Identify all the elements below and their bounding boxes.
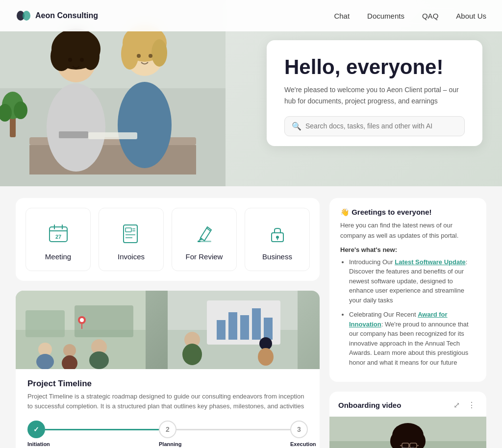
- search-input[interactable]: [305, 122, 457, 130]
- invoices-icon: [120, 222, 143, 246]
- svg-point-49: [89, 351, 109, 369]
- svg-point-11: [68, 58, 72, 62]
- svg-point-1: [23, 11, 30, 21]
- timeline-image-left: [16, 291, 168, 369]
- for-review-card[interactable]: For Review: [172, 208, 237, 271]
- svg-point-17: [118, 82, 172, 168]
- nav-chat[interactable]: Chat: [334, 12, 350, 20]
- nav-qaq[interactable]: QAQ: [422, 12, 438, 20]
- video-thumbnail[interactable]: [329, 417, 486, 448]
- timeline-section: Project Timeline Project Timeline is a s…: [16, 291, 320, 448]
- timeline-description: Project Timeline is a strategic roadmap …: [27, 392, 308, 411]
- hero-title: Hello, everyone!: [284, 56, 465, 78]
- svg-point-9: [82, 43, 100, 70]
- svg-point-19: [149, 54, 152, 58]
- nav-documents[interactable]: Documents: [367, 12, 404, 20]
- svg-rect-59: [228, 312, 237, 340]
- svg-point-40: [276, 236, 279, 239]
- meeting-icon: 27: [47, 222, 70, 246]
- video-menu-button[interactable]: ⋮: [466, 399, 477, 411]
- timeline-title: Project Timeline: [27, 379, 308, 389]
- svg-point-25: [14, 101, 27, 119]
- video-title: Onboarding video: [338, 401, 448, 409]
- phase-2-label: Planning Phase: [159, 441, 176, 448]
- hero-subtitle: We're pleased to welcome you to Aeon Cli…: [284, 84, 465, 106]
- cards-grid: 27 Meeting: [25, 208, 310, 271]
- business-label: Business: [262, 252, 292, 261]
- svg-rect-44: [25, 310, 65, 337]
- news-item-1-link[interactable]: Latest Software Update: [395, 258, 465, 266]
- business-card[interactable]: Business: [245, 208, 310, 271]
- timeline-images: [16, 291, 320, 369]
- meeting-label: Meeting: [45, 252, 71, 261]
- meeting-card[interactable]: 27 Meeting: [25, 208, 91, 271]
- svg-point-66: [258, 348, 274, 366]
- search-icon: 🔍: [292, 122, 301, 131]
- news-item-2-prefix: Celebrating Our Recent: [349, 311, 418, 318]
- svg-point-10: [47, 83, 105, 172]
- logo-area: Aeon Consulting: [16, 8, 334, 24]
- svg-rect-62: [264, 318, 273, 340]
- phase-1-dot: ✓: [27, 421, 45, 438]
- for-review-label: For Review: [186, 252, 223, 261]
- svg-point-64: [182, 344, 202, 365]
- svg-rect-32: [126, 228, 131, 232]
- timeline-image-right: [168, 291, 320, 369]
- search-bar[interactable]: 🔍: [284, 116, 465, 136]
- phase-3-label: Execution Phase: [290, 441, 308, 448]
- svg-rect-20: [88, 132, 137, 139]
- navbar: Aeon Consulting Chat Documents QAQ About…: [0, 0, 502, 31]
- phase-1-label: Initiation Phase: [27, 441, 45, 448]
- svg-point-18: [137, 54, 141, 58]
- phase-2-dot: 2: [159, 421, 176, 438]
- video-header: Onboarding video ⤢ ⋮: [329, 392, 486, 417]
- svg-point-15: [121, 38, 139, 70]
- phase-3-dot: 3: [290, 421, 308, 438]
- phase-line-1: [45, 429, 159, 430]
- svg-point-47: [36, 354, 54, 369]
- video-card: Onboarding video ⤢ ⋮: [329, 392, 486, 448]
- hero-card: Hello, everyone! We're pleased to welcom…: [267, 40, 482, 146]
- video-expand-button[interactable]: ⤢: [452, 399, 462, 411]
- svg-point-12: [80, 58, 84, 62]
- news-greeting: 👋 Greetings to everyone!: [340, 208, 476, 217]
- svg-rect-60: [240, 315, 249, 340]
- right-column: 👋 Greetings to everyone! Here you can fi…: [329, 198, 486, 448]
- logo-text: Aeon Consulting: [35, 11, 98, 20]
- progress-track: ✓ 2 3: [27, 421, 308, 438]
- svg-rect-21: [59, 131, 88, 138]
- svg-point-53: [80, 318, 84, 322]
- phase-line-2: [176, 429, 290, 430]
- phase-labels: Initiation Phase Planning Phase Executio…: [27, 441, 308, 448]
- news-list: Introducing Our Latest Software Update: …: [340, 257, 476, 368]
- invoices-label: Invoices: [118, 252, 145, 261]
- news-body: Here you can find the latest news of our…: [340, 221, 476, 241]
- main-content: 27 Meeting: [0, 186, 502, 448]
- news-item-2: Celebrating Our Recent Award for Innovat…: [349, 310, 476, 367]
- svg-rect-38: [198, 241, 201, 242]
- invoices-card[interactable]: Invoices: [99, 208, 164, 271]
- svg-point-8: [50, 42, 72, 71]
- logo-icon: [16, 8, 31, 24]
- news-card: 👋 Greetings to everyone! Here you can fi…: [329, 198, 486, 382]
- news-item-1-prefix: Introducing Our: [349, 258, 395, 266]
- svg-text:27: 27: [55, 234, 61, 240]
- hero-content: Hello, everyone! We're pleased to welcom…: [267, 40, 482, 146]
- for-review-icon: [193, 222, 216, 246]
- svg-rect-61: [252, 308, 261, 340]
- nav-links: Chat Documents QAQ About Us: [334, 12, 486, 20]
- left-column: 27 Meeting: [16, 198, 320, 448]
- news-whats-new: Here's what's new:: [340, 246, 476, 253]
- cards-section: 27 Meeting: [16, 198, 320, 281]
- svg-point-16: [151, 39, 167, 67]
- news-item-1: Introducing Our Latest Software Update: …: [349, 257, 476, 305]
- timeline-content: Project Timeline Project Timeline is a s…: [16, 369, 320, 448]
- business-icon: [266, 222, 289, 246]
- svg-point-50: [63, 344, 76, 357]
- nav-about-us[interactable]: About Us: [456, 12, 486, 20]
- svg-rect-58: [217, 320, 226, 340]
